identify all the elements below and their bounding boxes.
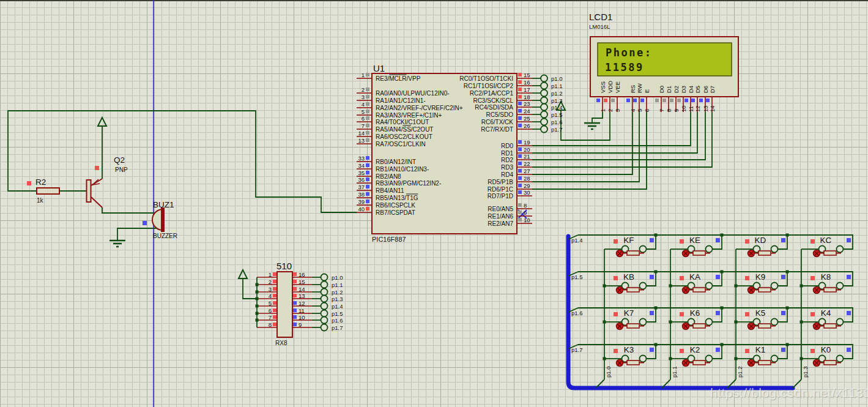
key-body-K9[interactable] — [759, 288, 771, 292]
mcu-pin-num-28: 28 — [524, 175, 530, 182]
junction-dot — [721, 271, 724, 274]
key-terminal-KE-b[interactable] — [706, 246, 713, 253]
terminal-p1.5[interactable] — [541, 111, 547, 118]
mcu-pin-state-1 — [366, 73, 369, 77]
mcu-pin-name-26: RC7/RX/DT — [481, 126, 513, 133]
mcu-pin-name-23: RC4/SDI/SDA — [475, 104, 513, 111]
keypad-row-label-p1.7: p1.7 — [571, 346, 583, 353]
respack-terminal-p1.3[interactable] — [321, 296, 328, 302]
key-body-K2[interactable] — [693, 360, 705, 365]
key-body-K8[interactable] — [824, 288, 836, 292]
respack-terminal-label-p1.0: p1.0 — [332, 274, 343, 281]
key-terminal-KF-b[interactable] — [640, 246, 647, 253]
key-body-KD[interactable] — [759, 251, 771, 255]
key-marker-blue-K7 — [650, 311, 654, 315]
respack-pin-state-10 — [293, 315, 297, 319]
key-terminal-K2-b[interactable] — [706, 356, 713, 362]
mcu-pin-name-18: RC3/SCK/SCL — [473, 97, 513, 104]
respack-terminal-p1.0[interactable] — [321, 274, 328, 281]
terminal-p1.3[interactable] — [541, 97, 547, 104]
key-body-KB[interactable] — [627, 288, 639, 292]
r2-body[interactable] — [37, 188, 59, 194]
buzzer-buz1[interactable]: BUZ1 BUZZER — [109, 200, 177, 247]
r2-value: 1k — [37, 197, 44, 204]
key-body-K0[interactable] — [824, 360, 836, 365]
terminal-p1.2[interactable] — [541, 90, 547, 97]
lcd-pin-name-4: RS — [629, 85, 636, 93]
key-body-KF[interactable] — [627, 251, 639, 255]
junction-dot — [256, 305, 259, 308]
key-terminal-K9-b[interactable] — [771, 283, 778, 289]
key-body-KE[interactable] — [693, 251, 705, 255]
mcu-pin-name-17: RC2/P1A/CCP1 — [470, 90, 514, 97]
mcu-pin-name-40: RB7/ICSPDAT — [376, 209, 415, 216]
terminal-p1.7[interactable] — [541, 126, 547, 133]
terminal-p1.1[interactable] — [541, 83, 547, 89]
key-terminal-KD-b[interactable] — [771, 246, 778, 253]
mcu-pin-num-20: 20 — [524, 146, 530, 153]
key-terminal-K0-b[interactable] — [837, 356, 844, 362]
terminal-p1.4[interactable] — [541, 104, 547, 111]
terminal-p1.6[interactable] — [541, 119, 547, 125]
respack-terminal-p1.1[interactable] — [321, 282, 328, 288]
key-terminal-KA-b[interactable] — [706, 283, 713, 289]
mcu-pin-num-6: 6 — [362, 115, 365, 122]
key-marker-red-KA — [680, 276, 684, 280]
lcd-pin-num-3: 3 — [614, 109, 621, 112]
respack-pin-state-16 — [293, 272, 297, 276]
power-arrow-icon — [98, 118, 106, 126]
key-marker-red-KF — [614, 239, 618, 244]
respack-terminal-p1.6[interactable] — [321, 317, 328, 324]
key-label-K2: K2 — [690, 345, 700, 354]
key-terminal-K6-b[interactable] — [706, 319, 713, 326]
respack-terminal-p1.4[interactable] — [321, 303, 328, 310]
key-label-K7: K7 — [624, 308, 634, 318]
respack-terminal-p1.2[interactable] — [321, 289, 328, 296]
ground-icon — [584, 123, 600, 129]
lcd-pin-state-1 — [596, 99, 600, 102]
key-terminal-K8-b[interactable] — [837, 283, 844, 289]
key-body-K7[interactable] — [627, 324, 639, 328]
power-arrow-icon — [239, 270, 247, 278]
key-terminal-K7-b[interactable] — [640, 319, 647, 326]
respack-rx8[interactable]: 510 RX8 — [239, 261, 292, 346]
mcu-pin-state-4 — [366, 102, 369, 106]
key-marker-red-K9 — [745, 276, 749, 280]
key-body-KC[interactable] — [824, 251, 836, 255]
respack-terminal-p1.7[interactable] — [321, 324, 328, 331]
junction-dot — [800, 321, 803, 324]
respack-terminal-p1.5[interactable] — [321, 310, 328, 317]
key-body-K6[interactable] — [693, 324, 705, 328]
key-terminal-K5-b[interactable] — [771, 319, 778, 326]
q2-base-bar[interactable] — [87, 180, 91, 202]
schematic-canvas[interactable]: R2 1k Q2 PNP BUZ1 BUZZER U1 — [0, 0, 868, 407]
respack-pin-state-1 — [273, 272, 276, 276]
lcd-pin-state-14 — [706, 99, 710, 102]
key-terminal-KC-b[interactable] — [837, 246, 844, 253]
key-body-K4[interactable] — [824, 324, 836, 328]
lcd-pin-state-10 — [677, 99, 681, 102]
key-body-KA[interactable] — [693, 288, 705, 292]
key-terminal-K4-b[interactable] — [837, 319, 844, 326]
junction-dot — [256, 319, 259, 322]
mcu-pin-state-2 — [366, 88, 369, 91]
key-terminal-KB-b[interactable] — [640, 283, 647, 289]
key-marker-blue-K0 — [847, 348, 851, 352]
key-marker-red-K7 — [614, 312, 618, 316]
respack-pin-num-4: 4 — [269, 293, 272, 299]
mcu-pin-state-10 — [518, 218, 522, 222]
key-body-K5[interactable] — [759, 324, 771, 328]
lcd-pin-name-10: D3 — [680, 86, 687, 93]
key-body-K1[interactable] — [759, 360, 771, 365]
terminal-p1.0[interactable] — [541, 75, 547, 82]
mcu-pin-name-34: RB1/AN10/C12IN3- — [376, 166, 429, 173]
key-terminal-K1-b[interactable] — [771, 356, 778, 362]
key-marker-blue-K8 — [847, 275, 851, 279]
lcd-lcd1[interactable]: LCD1 LM016L Phone: 11589 — [557, 12, 738, 140]
key-terminal-K3-b[interactable] — [640, 356, 647, 362]
wire-rb7-to-r2[interactable] — [8, 111, 357, 212]
respack-body[interactable] — [277, 272, 292, 337]
key-marker-red-K8 — [811, 276, 815, 280]
key-body-K3[interactable] — [627, 360, 639, 365]
transistor-q2[interactable]: Q2 PNP — [87, 118, 155, 213]
